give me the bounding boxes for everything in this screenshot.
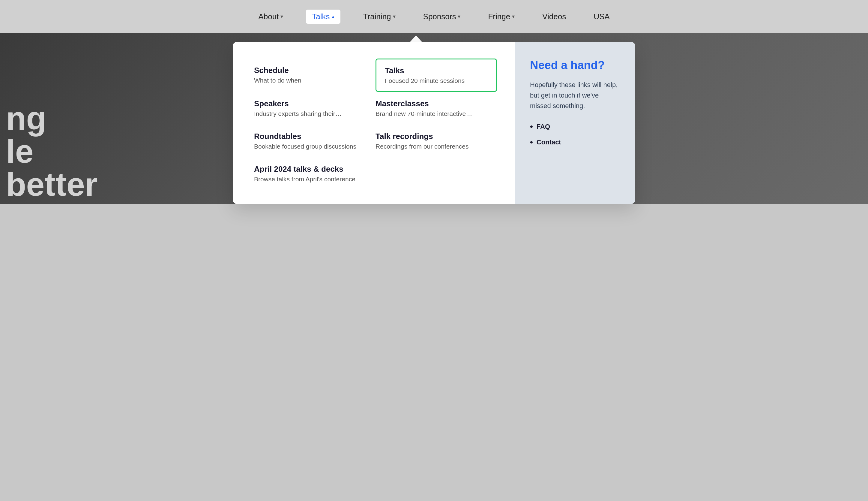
menu-item-schedule-title: Schedule xyxy=(254,66,366,75)
menu-item-schedule-desc: What to do when xyxy=(254,77,366,84)
nav-usa-label: USA xyxy=(594,12,609,21)
menu-item-speakers-title: Speakers xyxy=(254,99,366,108)
contact-link[interactable]: Contact xyxy=(530,138,620,147)
faq-label: FAQ xyxy=(537,123,550,130)
nav-sponsors[interactable]: Sponsors ▾ xyxy=(418,10,465,24)
dropdown-right-panel: Need a hand? Hopefully these links will … xyxy=(515,42,635,204)
nav-training-label: Training xyxy=(363,12,391,21)
menu-item-talks-title: Talks xyxy=(385,66,488,75)
menu-item-schedule[interactable]: Schedule What to do when xyxy=(254,58,375,92)
faq-link[interactable]: FAQ xyxy=(530,122,620,131)
menu-item-talk-recordings-title: Talk recordings xyxy=(375,132,488,141)
nav-usa[interactable]: USA xyxy=(589,10,614,24)
nav-videos[interactable]: Videos xyxy=(538,10,571,24)
menu-item-roundtables[interactable]: Roundtables Bookable focused group discu… xyxy=(254,125,375,157)
menu-item-talk-recordings[interactable]: Talk recordings Recordings from our conf… xyxy=(375,125,497,157)
menu-item-masterclasses-title: Masterclasses xyxy=(375,99,488,108)
dropdown-menu: Schedule What to do when Talks Focused 2… xyxy=(233,42,635,204)
nav-sponsors-chevron: ▾ xyxy=(458,13,460,20)
menu-grid: Schedule What to do when Talks Focused 2… xyxy=(254,58,497,186)
nav-about-chevron: ▾ xyxy=(281,13,283,20)
menu-item-speakers[interactable]: Speakers Industry experts sharing their… xyxy=(254,92,375,125)
dropdown-left-panel: Schedule What to do when Talks Focused 2… xyxy=(233,42,515,204)
menu-item-masterclasses[interactable]: Masterclasses Brand new 70-minute intera… xyxy=(375,92,497,125)
menu-item-roundtables-desc: Bookable focused group discussions xyxy=(254,143,366,150)
navbar: About ▾ Talks ▴ Training ▾ Sponsors ▾ Fr… xyxy=(0,0,868,33)
menu-item-roundtables-title: Roundtables xyxy=(254,132,366,141)
menu-item-april-desc: Browse talks from April's conference xyxy=(254,175,488,183)
menu-item-april-title: April 2024 talks & decks xyxy=(254,164,488,174)
nav-about-label: About xyxy=(258,12,279,21)
menu-item-talk-recordings-desc: Recordings from our conferences xyxy=(375,143,488,150)
nav-talks-chevron: ▴ xyxy=(332,13,334,20)
nav-fringe[interactable]: Fringe ▾ xyxy=(483,10,519,24)
need-hand-title: Need a hand? xyxy=(530,58,620,72)
nav-talks[interactable]: Talks ▴ xyxy=(306,10,340,24)
nav-about[interactable]: About ▾ xyxy=(253,10,288,24)
nav-training-chevron: ▾ xyxy=(393,13,396,20)
hero-text: ng le better xyxy=(0,102,98,204)
right-links-list: FAQ Contact xyxy=(530,122,620,147)
menu-item-april-talks[interactable]: April 2024 talks & decks Browse talks fr… xyxy=(254,157,497,186)
contact-label: Contact xyxy=(537,138,561,146)
need-hand-description: Hopefully these links will help, but get… xyxy=(530,79,620,111)
menu-item-talks-desc: Focused 20 minute sessions xyxy=(385,77,488,84)
nav-sponsors-label: Sponsors xyxy=(423,12,456,21)
nav-videos-label: Videos xyxy=(542,12,566,21)
menu-item-masterclasses-desc: Brand new 70-minute interactive… xyxy=(375,110,488,117)
nav-fringe-label: Fringe xyxy=(488,12,510,21)
nav-fringe-chevron: ▾ xyxy=(512,13,515,20)
nav-talks-label: Talks xyxy=(312,12,330,21)
menu-item-talks[interactable]: Talks Focused 20 minute sessions xyxy=(375,58,497,92)
menu-item-speakers-desc: Industry experts sharing their… xyxy=(254,110,366,117)
nav-training[interactable]: Training ▾ xyxy=(359,10,400,24)
hero-background: Schedule What to do when Talks Focused 2… xyxy=(0,33,868,204)
dropdown-arrow xyxy=(409,35,422,43)
